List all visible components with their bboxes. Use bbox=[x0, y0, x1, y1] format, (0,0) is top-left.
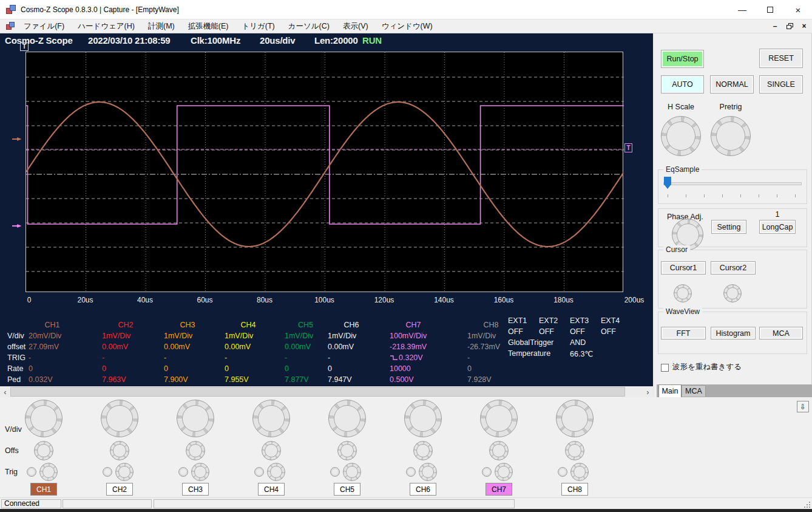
ch2-ped: 7.963V bbox=[101, 375, 163, 386]
tab-main[interactable]: Main bbox=[658, 384, 682, 397]
ch4-vdiv-knob[interactable] bbox=[252, 400, 290, 437]
scrollbar-thumb[interactable] bbox=[10, 387, 625, 397]
mca-button[interactable]: MCA bbox=[759, 327, 803, 340]
ch1-vdiv-knob[interactable] bbox=[25, 400, 63, 437]
trigger-level-marker[interactable]: T bbox=[624, 143, 632, 152]
ch7-trig-knob[interactable] bbox=[495, 463, 513, 481]
pretrig-label: Pretrig bbox=[711, 103, 750, 111]
normal-button[interactable]: NORMAL bbox=[710, 75, 754, 94]
mdi-minimize-button[interactable]: – bbox=[770, 21, 780, 31]
menu-window[interactable]: ウィンドウ(W) bbox=[375, 19, 439, 33]
ch6-vdiv-knob[interactable] bbox=[404, 400, 442, 437]
scroll-right-button[interactable]: › bbox=[643, 386, 653, 397]
knob-row-label-trig: Trig bbox=[5, 468, 18, 476]
ch8-trig-knob[interactable] bbox=[570, 463, 589, 481]
resize-grip[interactable] bbox=[803, 500, 810, 508]
ch8-select-button[interactable]: CH8 bbox=[561, 483, 588, 496]
global-trigger-value: AND bbox=[567, 338, 629, 349]
ch5-trig-knob[interactable] bbox=[343, 463, 361, 481]
cursor2-button[interactable]: Cursor2 bbox=[711, 261, 756, 275]
row-label-trig: TRIG bbox=[0, 353, 27, 364]
ch7-vdiv-knob[interactable] bbox=[480, 400, 518, 437]
knob-row-label-vdiv: V/div bbox=[5, 425, 22, 434]
h-scale-knob[interactable] bbox=[661, 116, 701, 156]
reset-button[interactable]: RESET bbox=[759, 49, 803, 68]
minimize-button[interactable]: — bbox=[728, 0, 756, 19]
ch1-trig-knob[interactable] bbox=[39, 463, 58, 481]
cursor1-button[interactable]: Cursor1 bbox=[661, 261, 706, 275]
horizontal-scrollbar[interactable]: ‹ › bbox=[0, 386, 653, 397]
ch8-vdiv-knob[interactable] bbox=[556, 400, 594, 437]
ch3-select-button[interactable]: CH3 bbox=[182, 483, 209, 496]
row-label-ped: Ped bbox=[0, 375, 27, 386]
menu-hardware[interactable]: ハードウェア(H) bbox=[71, 19, 141, 33]
cursor2-knob[interactable] bbox=[723, 284, 742, 302]
ch2-select-button[interactable]: CH2 bbox=[106, 483, 133, 496]
h-scale-label: H Scale bbox=[661, 103, 700, 111]
x-axis-label: 200us bbox=[624, 296, 645, 304]
run-stop-button[interactable]: Run/Stop bbox=[661, 50, 704, 68]
cursor1-knob[interactable] bbox=[674, 284, 692, 302]
single-button[interactable]: SINGLE bbox=[759, 75, 803, 94]
row-label-vdiv: V/div bbox=[0, 332, 27, 343]
ch5-select-button[interactable]: CH5 bbox=[334, 483, 360, 496]
maximize-button[interactable] bbox=[756, 0, 784, 19]
eqsample-slider-track[interactable] bbox=[663, 182, 802, 185]
ch4-trig: - bbox=[223, 353, 283, 364]
ch3-offs-knob[interactable] bbox=[186, 441, 205, 460]
ch4-select-button[interactable]: CH4 bbox=[258, 483, 285, 496]
menu-extensions[interactable]: 拡張機能(E) bbox=[181, 19, 235, 33]
ch1-ped: 0.032V bbox=[27, 375, 101, 386]
trigger-position-marker[interactable]: T bbox=[20, 43, 29, 51]
ch6-select-button[interactable]: CH6 bbox=[410, 483, 436, 496]
ch8-offs-knob[interactable] bbox=[565, 441, 584, 460]
ch1-offs-knob[interactable] bbox=[34, 441, 53, 460]
menu-view[interactable]: 表示(V) bbox=[336, 19, 375, 33]
longcap-button[interactable]: LongCap bbox=[759, 220, 796, 234]
minimize-icon: — bbox=[738, 5, 746, 15]
x-axis-label: 20us bbox=[77, 296, 93, 304]
close-button[interactable]: × bbox=[784, 0, 812, 19]
ch7-knob-column: CH7 bbox=[480, 397, 518, 497]
ch7-position-arrow[interactable] bbox=[12, 222, 22, 230]
ch4-offs-knob[interactable] bbox=[262, 441, 281, 460]
overlay-waveform-checkbox[interactable] bbox=[661, 364, 669, 372]
x-axis-label: 40us bbox=[137, 296, 153, 304]
ch3-trig-indicator bbox=[178, 467, 188, 477]
ch6-trig-knob[interactable] bbox=[419, 463, 437, 481]
pretrig-knob[interactable] bbox=[711, 116, 751, 156]
ch7-select-button[interactable]: CH7 bbox=[486, 483, 512, 496]
setting-button[interactable]: Setting bbox=[711, 220, 746, 234]
menu-measure[interactable]: 計測(M) bbox=[141, 19, 181, 33]
restore-icon bbox=[787, 23, 793, 29]
ch7-offs-knob[interactable] bbox=[489, 441, 509, 460]
ch5-vdiv-knob[interactable] bbox=[328, 400, 366, 437]
menu-cursor[interactable]: カーソル(C) bbox=[282, 19, 336, 33]
menu-trigger[interactable]: トリガ(T) bbox=[235, 19, 281, 33]
menu-file[interactable]: ファイル(F) bbox=[17, 19, 71, 33]
channel-header-ch1: CH1 bbox=[27, 321, 76, 332]
scroll-left-button[interactable]: ‹ bbox=[0, 386, 10, 397]
ch5-offs-knob[interactable] bbox=[337, 441, 357, 460]
ch2-vdiv-knob[interactable] bbox=[101, 400, 138, 437]
ch4-offset: 0.00mV bbox=[223, 343, 283, 353]
eqsample-slider-thumb[interactable] bbox=[664, 177, 671, 189]
ch3-trig-knob[interactable] bbox=[191, 463, 209, 481]
ch3-vdiv-knob[interactable] bbox=[177, 400, 214, 437]
histogram-button[interactable]: Histogram bbox=[711, 327, 756, 340]
ch1-position-arrow[interactable] bbox=[12, 135, 22, 143]
fft-button[interactable]: FFT bbox=[661, 327, 706, 340]
tab-mca[interactable]: MCA bbox=[682, 385, 706, 397]
mdi-restore-button[interactable] bbox=[784, 21, 795, 31]
auto-button[interactable]: AUTO bbox=[661, 75, 704, 94]
ch2-offs-knob[interactable] bbox=[110, 441, 129, 460]
ch2-trig-knob[interactable] bbox=[115, 463, 134, 481]
dock-anchor-button[interactable]: ⇩ bbox=[797, 401, 809, 412]
mdi-close-button[interactable]: × bbox=[799, 21, 810, 31]
ch5-knob-column: CH5 bbox=[328, 397, 366, 497]
ch7-vdiv: 100mV/Div bbox=[388, 332, 466, 343]
ch4-trig-knob[interactable] bbox=[267, 463, 285, 481]
ch8-trig-indicator bbox=[558, 467, 567, 477]
ch6-offs-knob[interactable] bbox=[413, 441, 433, 460]
ch1-select-button[interactable]: CH1 bbox=[30, 483, 57, 496]
